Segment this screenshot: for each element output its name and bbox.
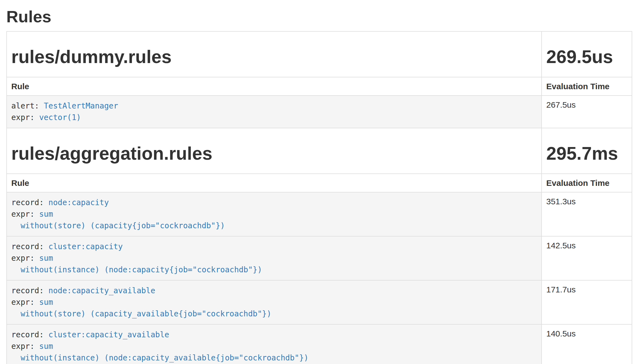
column-header-row: Rule Evaluation Time [7, 77, 632, 96]
rule-group-name: rules/aggregation.rules [11, 143, 537, 164]
rule-keyword: record: [11, 242, 48, 251]
rule-code: record: cluster:capacity expr: sum witho… [11, 241, 537, 276]
rule-link[interactable]: TestAlertManager [44, 101, 118, 110]
rule-link[interactable]: node:capacity_available [48, 286, 155, 295]
rule-row: record: cluster:capacity_available expr:… [7, 324, 632, 364]
rule-link[interactable]: sum [39, 210, 53, 219]
rule-evaluation-time: 351.3us [542, 192, 632, 236]
rule-link[interactable]: without(store) (capacity_available{job="… [11, 309, 271, 318]
rule-group-time-cell: 269.5us [542, 31, 632, 77]
rule-keyword: record: [11, 198, 48, 207]
rule-link[interactable]: sum [39, 298, 53, 307]
rules-table-body: rules/dummy.rules 269.5us Rule Evaluatio… [7, 31, 632, 364]
rule-link[interactable]: without(instance) (node:capacity_availab… [11, 353, 309, 362]
rule-code: alert: TestAlertManager expr: vector(1) [11, 100, 537, 123]
page-title: Rules [6, 7, 632, 26]
rule-keyword: record: [11, 330, 48, 339]
rules-table: rules/dummy.rules 269.5us Rule Evaluatio… [6, 31, 632, 364]
rule-code: record: node:capacity_available expr: su… [11, 285, 537, 320]
rule-link[interactable]: cluster:capacity [48, 242, 123, 251]
rule-group-header-row: rules/aggregation.rules 295.7ms [7, 128, 632, 174]
rule-evaluation-time: 267.5us [542, 96, 632, 128]
evaluation-time-column-header: Evaluation Time [542, 174, 632, 192]
column-header-row: Rule Evaluation Time [7, 174, 632, 192]
rule-evaluation-time: 171.7us [542, 280, 632, 324]
rule-evaluation-time: 142.5us [542, 236, 632, 280]
rule-group-name-cell: rules/aggregation.rules [7, 128, 542, 174]
rule-definition-cell: record: node:capacity expr: sum without(… [7, 192, 542, 236]
rule-column-header: Rule [7, 174, 542, 192]
rule-row: record: cluster:capacity expr: sum witho… [7, 236, 632, 280]
rule-definition-cell: record: cluster:capacity_available expr:… [7, 324, 542, 364]
rule-link[interactable]: cluster:capacity_available [48, 330, 169, 339]
rule-keyword: expr: [11, 298, 39, 307]
rule-group-evaluation-time: 269.5us [546, 47, 627, 67]
rule-keyword: expr: [11, 254, 39, 263]
rule-evaluation-time: 140.5us [542, 324, 632, 364]
rule-link[interactable]: sum [39, 342, 53, 351]
rule-group-name: rules/dummy.rules [11, 47, 537, 67]
rule-row: record: node:capacity expr: sum without(… [7, 192, 632, 236]
rule-keyword: expr: [11, 342, 39, 351]
rule-row: record: node:capacity_available expr: su… [7, 280, 632, 324]
rule-group-header-row: rules/dummy.rules 269.5us [7, 31, 632, 77]
rule-keyword: alert: [11, 101, 44, 110]
rule-link[interactable]: vector(1) [39, 113, 81, 122]
rules-page: Rules rules/dummy.rules 269.5us Rule Eva… [6, 7, 632, 364]
rule-code: record: node:capacity expr: sum without(… [11, 197, 537, 232]
rule-group-time-cell: 295.7ms [542, 128, 632, 174]
rule-row: alert: TestAlertManager expr: vector(1) … [7, 96, 632, 128]
rule-definition-cell: record: cluster:capacity expr: sum witho… [7, 236, 542, 280]
rule-definition-cell: alert: TestAlertManager expr: vector(1) [7, 96, 542, 128]
rule-code: record: cluster:capacity_available expr:… [11, 329, 537, 364]
rule-link[interactable]: without(store) (capacity{job="cockroachd… [11, 221, 225, 230]
evaluation-time-column-header: Evaluation Time [542, 77, 632, 96]
rule-link[interactable]: without(instance) (node:capacity{job="co… [11, 265, 262, 274]
rule-definition-cell: record: node:capacity_available expr: su… [7, 280, 542, 324]
rule-link[interactable]: node:capacity [48, 198, 109, 207]
rule-group-name-cell: rules/dummy.rules [7, 31, 542, 77]
rule-column-header: Rule [7, 77, 542, 96]
rule-group-evaluation-time: 295.7ms [546, 143, 627, 164]
rule-keyword: expr: [11, 113, 39, 122]
rule-keyword: expr: [11, 210, 39, 219]
rule-keyword: record: [11, 286, 48, 295]
rule-link[interactable]: sum [39, 254, 53, 263]
